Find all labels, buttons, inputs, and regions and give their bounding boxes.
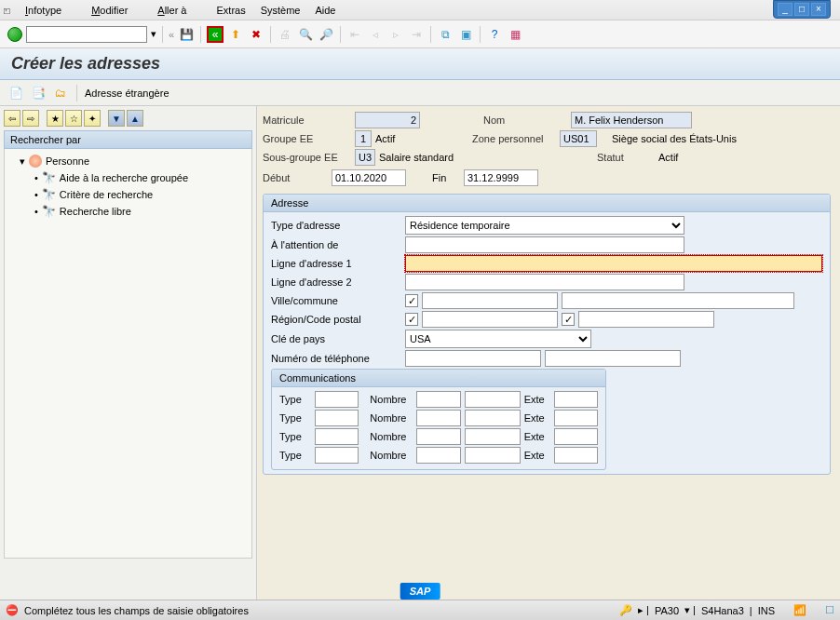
nav-back-icon[interactable]: ⇦	[4, 110, 20, 127]
key-icon[interactable]: 🔑	[619, 604, 632, 616]
comm-ext-input-2[interactable]	[554, 428, 598, 445]
line2-label: Ligne d'adresse 2	[271, 276, 401, 288]
phone1-input[interactable]	[405, 350, 541, 367]
help-icon[interactable]: ?	[486, 26, 503, 43]
tree-item-criteria[interactable]: • 🔭 Critère de recherche	[8, 186, 251, 203]
dropdown-icon[interactable]: ▾	[151, 28, 156, 40]
tray-icon[interactable]: ☐	[825, 604, 834, 616]
region-required-icon: ✓	[405, 313, 418, 326]
comm-type-input-3[interactable]	[315, 447, 359, 464]
type-select[interactable]: Résidence temporaire	[405, 216, 684, 235]
comm-ext-input-3[interactable]	[554, 447, 598, 464]
line1-input[interactable]	[405, 255, 822, 272]
command-field[interactable]	[26, 26, 147, 43]
error-icon: ⛔	[6, 604, 19, 616]
groupe-text: Actif	[375, 133, 468, 144]
statut-text: Actif	[658, 152, 678, 163]
chevrons-left-icon[interactable]: «	[169, 29, 174, 40]
status-sep: ▾ |	[684, 604, 696, 616]
fav-icon[interactable]: ☆	[65, 110, 82, 127]
menu-modifier[interactable]: Modifier	[91, 5, 142, 16]
comm-ext-input-0[interactable]	[554, 391, 598, 408]
matricule-field[interactable]	[355, 112, 420, 128]
fin-field[interactable]	[464, 169, 538, 186]
collapse-icon[interactable]: ▲	[127, 110, 143, 127]
menu-doc-icon[interactable]: ⏍	[4, 5, 10, 16]
main-toolbar: ▾ « 💾 « ⬆ ✖ 🖨 🔍 🔎 ⇤ ◃ ▹ ⇥ ⧉ ▣ ? ▦	[0, 20, 840, 48]
menu-infotype[interactable]: Infotype	[25, 5, 76, 16]
communications-header: Communications	[272, 370, 605, 387]
print-icon: 🖨	[277, 26, 293, 43]
menu-systeme[interactable]: Système	[261, 5, 301, 16]
doc-new-icon[interactable]: 📄	[7, 85, 24, 101]
tree-item-free[interactable]: • 🔭 Recherche libre	[8, 203, 251, 220]
comm-num2-input-1[interactable]	[465, 410, 521, 426]
comm-type-input-1[interactable]	[315, 410, 359, 426]
country-select[interactable]: USA	[405, 330, 591, 348]
status-sep: |	[750, 605, 752, 616]
menu-aller[interactable]: Aller à	[157, 5, 201, 16]
comm-num2-input-3[interactable]	[465, 447, 521, 464]
fin-label: Fin	[432, 172, 460, 183]
next-page-icon: ▹	[387, 26, 404, 43]
attention-input[interactable]	[405, 236, 684, 253]
district-input[interactable]	[562, 292, 794, 309]
comm-num1-input-1[interactable]	[416, 410, 460, 426]
statusbar: ⛔ Complétez tous les champs de saisie ob…	[0, 600, 840, 620]
city-input[interactable]	[422, 292, 558, 309]
tree-person[interactable]: ▾ Personne	[8, 153, 251, 169]
comm-num1-input-2[interactable]	[416, 428, 460, 445]
comm-type-input-2[interactable]	[315, 428, 359, 445]
new-session-icon[interactable]: ⧉	[437, 26, 454, 43]
phone2-input[interactable]	[545, 350, 681, 367]
comm-num1-input-0[interactable]	[416, 391, 460, 408]
region-input[interactable]	[422, 311, 558, 328]
search-tree: ▾ Personne • 🔭 Aide à la recherche group…	[4, 149, 252, 559]
zone-label: Zone personnel	[472, 133, 556, 144]
comm-num2-input-0[interactable]	[465, 391, 521, 408]
comm-num-label: Nombre	[370, 412, 413, 424]
minimize-button[interactable]: _	[778, 3, 793, 16]
ok-icon[interactable]	[7, 27, 22, 42]
comm-num1-input-3[interactable]	[416, 447, 460, 464]
signal-icon[interactable]: 📶	[793, 604, 806, 616]
sap-logo: SAP	[400, 583, 440, 600]
comm-type-label: Type	[279, 450, 311, 461]
foreign-address-button[interactable]: Adresse étrangère	[85, 88, 169, 99]
comm-ext-label: Exte	[524, 394, 550, 405]
shortcut-icon[interactable]: ▣	[457, 26, 474, 43]
nav-icons: ⇦ ⇨ ★ ☆ ✦ ▼ ▲	[4, 110, 252, 127]
postal-input[interactable]	[578, 311, 714, 328]
comm-ext-input-1[interactable]	[554, 410, 598, 426]
comm-num2-input-2[interactable]	[465, 428, 521, 445]
fav-add-icon[interactable]: ★	[47, 110, 63, 127]
overview-icon[interactable]: 🗂	[52, 85, 69, 101]
fav-del-icon[interactable]: ✦	[84, 110, 101, 127]
find-icon: 🔍	[297, 26, 314, 43]
sousgroupe-field	[355, 149, 375, 166]
comm-ext-label: Exte	[524, 431, 550, 442]
page-title: Créer les adresses	[0, 48, 840, 80]
find-next-icon: 🔎	[318, 26, 334, 43]
doc-copy-icon[interactable]: 📑	[30, 85, 47, 101]
address-group-header: Adresse	[264, 195, 830, 212]
menu-aide[interactable]: Aide	[315, 5, 335, 16]
line2-input[interactable]	[405, 274, 684, 290]
save-icon[interactable]: 💾	[178, 26, 195, 43]
close-button[interactable]: ×	[811, 3, 826, 16]
debut-field[interactable]	[332, 169, 406, 186]
expand-icon[interactable]: ▼	[108, 110, 125, 127]
maximize-button[interactable]: □	[794, 3, 809, 16]
attention-label: À l'attention de	[271, 239, 401, 250]
exit-icon[interactable]: ⬆	[227, 26, 244, 43]
layout-icon[interactable]: ▦	[507, 26, 523, 43]
tree-item-grouped[interactable]: • 🔭 Aide à la recherche groupée	[8, 169, 251, 186]
menu-extras[interactable]: Extras	[216, 5, 245, 16]
comm-type-input-0[interactable]	[315, 391, 359, 408]
person-icon	[29, 155, 42, 168]
nav-fwd-icon[interactable]: ⇨	[22, 110, 39, 127]
back-icon[interactable]: «	[207, 26, 224, 43]
cancel-icon[interactable]: ✖	[248, 26, 264, 43]
expand-toggle-icon[interactable]: ▾	[20, 155, 25, 168]
country-label: Clé de pays	[271, 333, 401, 344]
